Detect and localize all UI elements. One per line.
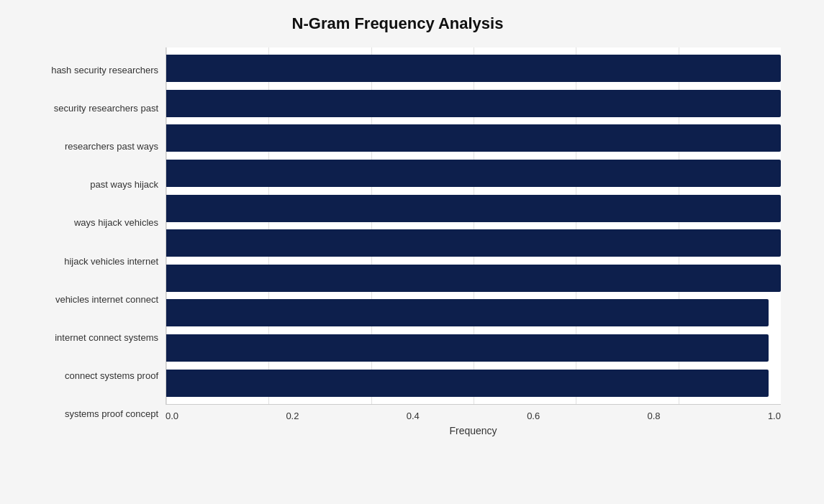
y-axis-label: researchers past ways [65,142,158,151]
bar [166,299,769,326]
y-axis-label: connect systems proof [65,371,158,380]
chart-title: N-Gram Frequency Analysis [14,14,781,33]
bar-row [166,227,781,259]
bar-row [166,367,781,399]
bar [166,229,781,257]
x-tick: 0.8 [648,411,661,421]
bar [166,334,769,362]
bar-row [166,193,781,224]
bars-and-x: 0.00.20.40.60.81.0 Frequency [166,47,781,436]
bar-row [166,297,781,329]
x-tick: 1.0 [768,411,781,421]
y-axis-label: hash security researchers [51,65,158,75]
bar [166,195,781,222]
bar-row [166,122,781,154]
y-axis-label: ways hijack vehicles [74,218,158,227]
x-tick: 0.2 [286,411,299,421]
bar [166,265,781,292]
bar [166,55,781,82]
bar-row [166,52,781,84]
chart-area: hash security researcherssecurity resear… [14,47,781,436]
bar-row [166,88,781,119]
bar-row [166,157,781,189]
y-axis: hash security researcherssecurity resear… [14,47,166,436]
y-axis-label: vehicles internet connect [55,295,158,304]
y-axis-label: security researchers past [54,104,158,113]
bar [166,160,781,187]
bars-wrapper [166,47,781,405]
x-tick: 0.0 [166,411,178,421]
y-axis-label: past ways hijack [90,180,158,189]
x-tick: 0.4 [407,411,420,421]
chart-container: N-Gram Frequency Analysis hash security … [0,0,824,504]
x-axis-label: Frequency [166,425,781,436]
bar [166,90,781,117]
x-axis: 0.00.20.40.60.81.0 [166,405,781,421]
x-tick: 0.6 [527,411,540,421]
bar-row [166,332,781,364]
bar [166,124,781,152]
y-axis-label: internet connect systems [55,333,158,342]
y-axis-label: systems proof concept [65,409,158,418]
bar-row [166,262,781,294]
bar [166,370,769,397]
y-axis-label: hijack vehicles internet [64,257,158,266]
